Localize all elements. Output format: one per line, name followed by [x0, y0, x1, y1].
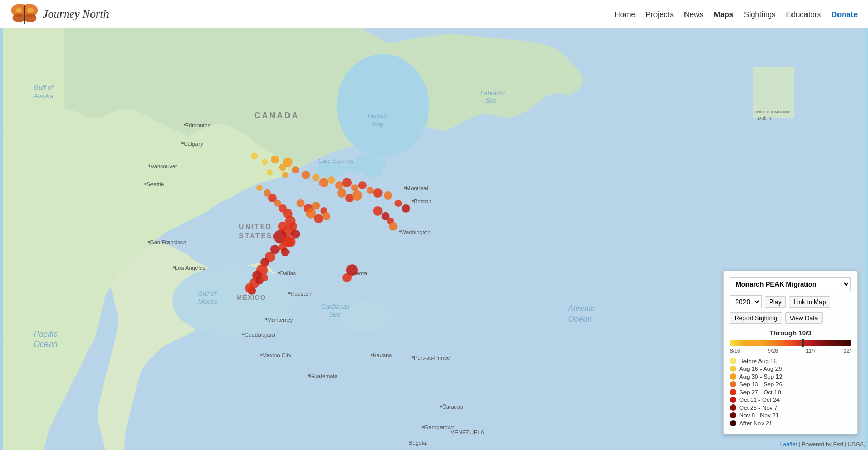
- svg-text:Port-au-Prince: Port-au-Prince: [414, 355, 450, 361]
- svg-text:Lake Superior: Lake Superior: [318, 158, 354, 164]
- nav-educators[interactable]: Educators: [786, 10, 821, 19]
- svg-text:CANADA: CANADA: [254, 111, 299, 120]
- svg-point-143: [256, 185, 263, 191]
- main-nav: Home Projects News Maps Sightings Educat…: [615, 10, 858, 19]
- nav-maps[interactable]: Maps: [714, 10, 734, 19]
- nav-projects[interactable]: Projects: [646, 10, 674, 19]
- svg-point-45: [173, 266, 175, 268]
- legend-color-dot: [730, 404, 736, 411]
- timeline-labels: 8/16 9/26 11/7 12/: [730, 348, 851, 354]
- svg-text:Caracas: Caracas: [442, 403, 463, 410]
- svg-point-13: [362, 167, 383, 177]
- svg-point-96: [292, 166, 299, 173]
- svg-point-111: [337, 188, 346, 198]
- legend-label: Aug 16 - Aug 29: [739, 366, 782, 372]
- svg-point-92: [271, 155, 279, 163]
- logo-text[interactable]: Journey North: [43, 7, 109, 21]
- control-panel: Monarch PEAK Migration 2020 Play Link to…: [723, 271, 858, 434]
- svg-text:UNITED: UNITED: [239, 222, 272, 231]
- panel-title-row: Monarch PEAK Migration: [730, 277, 851, 291]
- legend-item: Nov 8 - Nov 21: [730, 412, 851, 418]
- svg-point-90: [251, 153, 258, 160]
- legend: Before Aug 16Aug 16 - Aug 29Aug 30 - Sep…: [730, 358, 851, 426]
- svg-point-103: [342, 178, 352, 187]
- logo-area[interactable]: Journey North: [10, 0, 109, 28]
- legend-color-dot: [730, 381, 736, 387]
- report-sighting-button[interactable]: Report Sighting: [730, 312, 782, 324]
- svg-point-105: [358, 181, 367, 189]
- svg-point-149: [289, 222, 297, 231]
- svg-text:Atlantic: Atlantic: [567, 304, 595, 313]
- svg-text:Alaska: Alaska: [33, 92, 54, 100]
- svg-text:Caribbean: Caribbean: [321, 303, 349, 310]
- svg-text:Havana: Havana: [373, 352, 393, 358]
- svg-point-114: [297, 199, 305, 207]
- svg-point-110: [402, 204, 410, 213]
- map-type-select[interactable]: Monarch PEAK Migration: [730, 277, 851, 291]
- svg-text:Ocean: Ocean: [568, 314, 592, 323]
- svg-point-61: [412, 356, 414, 358]
- svg-point-3: [24, 13, 37, 22]
- nav-sightings[interactable]: Sightings: [744, 10, 776, 19]
- through-date: Through 10/3: [730, 329, 851, 337]
- svg-point-73: [422, 426, 424, 428]
- svg-text:Edmonton: Edmonton: [185, 122, 211, 128]
- nav-donate[interactable]: Donate: [831, 10, 858, 19]
- header: Journey North Home Projects News Maps Si…: [0, 0, 868, 28]
- timeline-bar[interactable]: [730, 340, 851, 346]
- svg-text:Mexico City: Mexico City: [262, 352, 292, 358]
- link-to-map-button[interactable]: Link to Map: [789, 296, 830, 308]
- legend-label: Nov 8 - Nov 21: [739, 412, 779, 418]
- svg-text:Montreal: Montreal: [406, 185, 428, 191]
- svg-text:VENEZUELA: VENEZUELA: [451, 429, 485, 436]
- svg-text:Gulf of: Gulf of: [198, 290, 217, 297]
- svg-text:Dallas: Dallas: [280, 270, 296, 276]
- nav-news[interactable]: News: [684, 10, 704, 19]
- play-button[interactable]: Play: [765, 296, 786, 308]
- svg-point-119: [314, 214, 323, 223]
- svg-text:Calgary: Calgary: [184, 141, 203, 147]
- svg-point-106: [367, 187, 374, 194]
- view-data-button[interactable]: View Data: [785, 312, 823, 324]
- svg-text:Vancouver: Vancouver: [150, 163, 177, 169]
- legend-label: Sep 27 - Oct 10: [739, 389, 781, 395]
- svg-text:Labrador: Labrador: [480, 89, 506, 97]
- svg-point-41: [181, 142, 184, 144]
- svg-point-101: [328, 176, 335, 184]
- svg-text:Pacific: Pacific: [34, 329, 58, 338]
- svg-text:Dublin: Dublin: [758, 116, 771, 121]
- svg-point-107: [373, 188, 383, 198]
- leaflet-link[interactable]: Leaflet: [780, 441, 797, 447]
- legend-item: Sep 27 - Oct 10: [730, 389, 851, 395]
- legend-item: Oct 25 - Nov 7: [730, 404, 851, 411]
- svg-point-16: [337, 54, 429, 157]
- svg-point-63: [265, 318, 267, 320]
- svg-text:Hudson: Hudson: [368, 113, 389, 120]
- svg-point-71: [440, 406, 442, 408]
- svg-point-134: [245, 283, 254, 293]
- svg-point-53: [412, 200, 414, 202]
- svg-text:Guatemala: Guatemala: [310, 373, 338, 379]
- svg-point-69: [308, 374, 310, 377]
- legend-item: Before Aug 16: [730, 358, 851, 364]
- svg-text:Bogota: Bogota: [408, 440, 427, 446]
- year-select[interactable]: 2020: [730, 295, 762, 308]
- svg-point-102: [335, 181, 343, 189]
- svg-point-67: [242, 333, 244, 335]
- svg-text:Sea: Sea: [329, 311, 340, 318]
- svg-point-6: [27, 8, 34, 12]
- legend-label: After Nov 21: [739, 420, 772, 426]
- panel-controls: 2020 Play Link to Map: [730, 295, 851, 308]
- svg-text:STATES: STATES: [239, 232, 272, 240]
- svg-point-100: [319, 178, 328, 187]
- nav-home[interactable]: Home: [615, 10, 635, 19]
- svg-text:Bay: Bay: [373, 121, 384, 128]
- svg-text:Mexico: Mexico: [198, 298, 218, 305]
- attribution-text: | Powered by Esri | USGS,: [799, 441, 865, 447]
- svg-text:Gulf of: Gulf of: [34, 84, 54, 92]
- legend-color-dot: [730, 366, 736, 372]
- svg-point-109: [394, 200, 402, 207]
- svg-point-51: [399, 231, 401, 233]
- attribution: Leaflet | Powered by Esri | USGS,: [780, 441, 865, 447]
- legend-item: Aug 16 - Aug 29: [730, 366, 851, 372]
